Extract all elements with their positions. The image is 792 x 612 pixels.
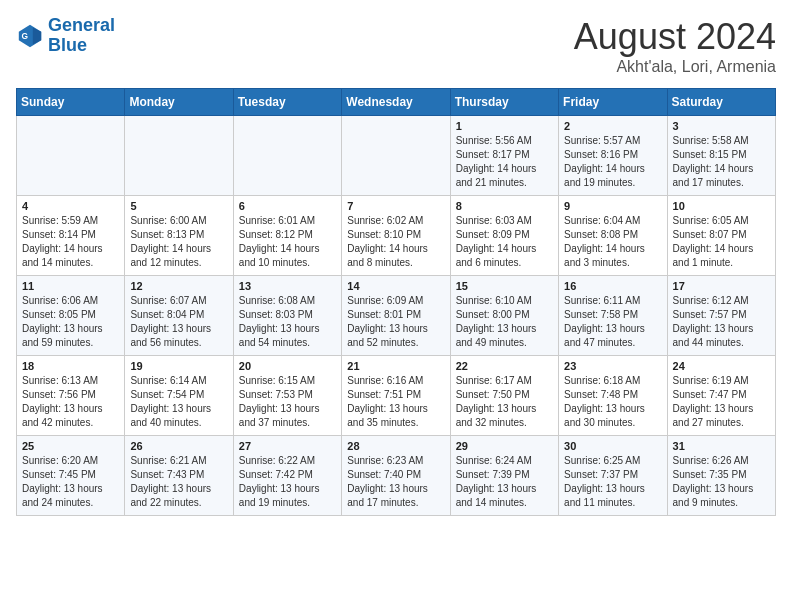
day-info: Sunrise: 6:23 AM Sunset: 7:40 PM Dayligh… [347,454,444,510]
header-cell-wednesday: Wednesday [342,89,450,116]
header-cell-tuesday: Tuesday [233,89,341,116]
day-cell: 16Sunrise: 6:11 AM Sunset: 7:58 PM Dayli… [559,276,667,356]
day-info: Sunrise: 6:20 AM Sunset: 7:45 PM Dayligh… [22,454,119,510]
day-number: 31 [673,440,770,452]
day-info: Sunrise: 6:16 AM Sunset: 7:51 PM Dayligh… [347,374,444,430]
day-number: 14 [347,280,444,292]
logo-text: GeneralBlue [48,16,115,56]
header-cell-saturday: Saturday [667,89,775,116]
day-info: Sunrise: 6:06 AM Sunset: 8:05 PM Dayligh… [22,294,119,350]
day-cell: 28Sunrise: 6:23 AM Sunset: 7:40 PM Dayli… [342,436,450,516]
day-info: Sunrise: 6:14 AM Sunset: 7:54 PM Dayligh… [130,374,227,430]
day-info: Sunrise: 6:15 AM Sunset: 7:53 PM Dayligh… [239,374,336,430]
day-cell: 18Sunrise: 6:13 AM Sunset: 7:56 PM Dayli… [17,356,125,436]
day-info: Sunrise: 6:19 AM Sunset: 7:47 PM Dayligh… [673,374,770,430]
day-cell: 31Sunrise: 6:26 AM Sunset: 7:35 PM Dayli… [667,436,775,516]
day-cell: 4Sunrise: 5:59 AM Sunset: 8:14 PM Daylig… [17,196,125,276]
day-info: Sunrise: 6:11 AM Sunset: 7:58 PM Dayligh… [564,294,661,350]
day-cell: 6Sunrise: 6:01 AM Sunset: 8:12 PM Daylig… [233,196,341,276]
day-cell: 14Sunrise: 6:09 AM Sunset: 8:01 PM Dayli… [342,276,450,356]
day-cell: 3Sunrise: 5:58 AM Sunset: 8:15 PM Daylig… [667,116,775,196]
day-info: Sunrise: 6:00 AM Sunset: 8:13 PM Dayligh… [130,214,227,270]
day-cell: 7Sunrise: 6:02 AM Sunset: 8:10 PM Daylig… [342,196,450,276]
day-number: 5 [130,200,227,212]
day-cell: 10Sunrise: 6:05 AM Sunset: 8:07 PM Dayli… [667,196,775,276]
calendar-table: SundayMondayTuesdayWednesdayThursdayFrid… [16,88,776,516]
day-cell: 27Sunrise: 6:22 AM Sunset: 7:42 PM Dayli… [233,436,341,516]
day-number: 17 [673,280,770,292]
day-number: 10 [673,200,770,212]
day-cell: 17Sunrise: 6:12 AM Sunset: 7:57 PM Dayli… [667,276,775,356]
day-info: Sunrise: 5:58 AM Sunset: 8:15 PM Dayligh… [673,134,770,190]
logo-icon: G [16,22,44,50]
day-number: 28 [347,440,444,452]
header-cell-sunday: Sunday [17,89,125,116]
day-cell: 30Sunrise: 6:25 AM Sunset: 7:37 PM Dayli… [559,436,667,516]
day-info: Sunrise: 6:13 AM Sunset: 7:56 PM Dayligh… [22,374,119,430]
day-info: Sunrise: 6:03 AM Sunset: 8:09 PM Dayligh… [456,214,553,270]
week-row-1: 1Sunrise: 5:56 AM Sunset: 8:17 PM Daylig… [17,116,776,196]
day-info: Sunrise: 5:59 AM Sunset: 8:14 PM Dayligh… [22,214,119,270]
main-title: August 2024 [574,16,776,58]
day-info: Sunrise: 6:22 AM Sunset: 7:42 PM Dayligh… [239,454,336,510]
day-info: Sunrise: 6:10 AM Sunset: 8:00 PM Dayligh… [456,294,553,350]
day-cell [125,116,233,196]
day-info: Sunrise: 6:09 AM Sunset: 8:01 PM Dayligh… [347,294,444,350]
day-cell [233,116,341,196]
day-info: Sunrise: 6:07 AM Sunset: 8:04 PM Dayligh… [130,294,227,350]
day-number: 8 [456,200,553,212]
day-cell: 23Sunrise: 6:18 AM Sunset: 7:48 PM Dayli… [559,356,667,436]
day-number: 15 [456,280,553,292]
header-row: SundayMondayTuesdayWednesdayThursdayFrid… [17,89,776,116]
header-cell-monday: Monday [125,89,233,116]
day-number: 12 [130,280,227,292]
day-number: 4 [22,200,119,212]
week-row-2: 4Sunrise: 5:59 AM Sunset: 8:14 PM Daylig… [17,196,776,276]
day-info: Sunrise: 6:21 AM Sunset: 7:43 PM Dayligh… [130,454,227,510]
day-cell: 8Sunrise: 6:03 AM Sunset: 8:09 PM Daylig… [450,196,558,276]
day-cell: 1Sunrise: 5:56 AM Sunset: 8:17 PM Daylig… [450,116,558,196]
day-number: 27 [239,440,336,452]
day-info: Sunrise: 5:56 AM Sunset: 8:17 PM Dayligh… [456,134,553,190]
day-number: 25 [22,440,119,452]
day-info: Sunrise: 6:25 AM Sunset: 7:37 PM Dayligh… [564,454,661,510]
day-number: 30 [564,440,661,452]
week-row-3: 11Sunrise: 6:06 AM Sunset: 8:05 PM Dayli… [17,276,776,356]
day-info: Sunrise: 5:57 AM Sunset: 8:16 PM Dayligh… [564,134,661,190]
day-cell: 15Sunrise: 6:10 AM Sunset: 8:00 PM Dayli… [450,276,558,356]
day-cell: 11Sunrise: 6:06 AM Sunset: 8:05 PM Dayli… [17,276,125,356]
day-number: 2 [564,120,661,132]
week-row-4: 18Sunrise: 6:13 AM Sunset: 7:56 PM Dayli… [17,356,776,436]
day-number: 16 [564,280,661,292]
day-cell: 12Sunrise: 6:07 AM Sunset: 8:04 PM Dayli… [125,276,233,356]
day-info: Sunrise: 6:12 AM Sunset: 7:57 PM Dayligh… [673,294,770,350]
day-info: Sunrise: 6:02 AM Sunset: 8:10 PM Dayligh… [347,214,444,270]
day-cell: 20Sunrise: 6:15 AM Sunset: 7:53 PM Dayli… [233,356,341,436]
day-number: 3 [673,120,770,132]
day-cell: 13Sunrise: 6:08 AM Sunset: 8:03 PM Dayli… [233,276,341,356]
day-number: 11 [22,280,119,292]
svg-marker-1 [33,27,41,44]
day-cell: 29Sunrise: 6:24 AM Sunset: 7:39 PM Dayli… [450,436,558,516]
day-info: Sunrise: 6:18 AM Sunset: 7:48 PM Dayligh… [564,374,661,430]
day-info: Sunrise: 6:08 AM Sunset: 8:03 PM Dayligh… [239,294,336,350]
subtitle: Akht'ala, Lori, Armenia [574,58,776,76]
day-number: 6 [239,200,336,212]
day-info: Sunrise: 6:04 AM Sunset: 8:08 PM Dayligh… [564,214,661,270]
day-number: 22 [456,360,553,372]
day-info: Sunrise: 6:24 AM Sunset: 7:39 PM Dayligh… [456,454,553,510]
day-number: 19 [130,360,227,372]
day-cell: 26Sunrise: 6:21 AM Sunset: 7:43 PM Dayli… [125,436,233,516]
day-cell [342,116,450,196]
day-info: Sunrise: 6:17 AM Sunset: 7:50 PM Dayligh… [456,374,553,430]
logo: G GeneralBlue [16,16,115,56]
day-number: 7 [347,200,444,212]
day-number: 13 [239,280,336,292]
day-info: Sunrise: 6:26 AM Sunset: 7:35 PM Dayligh… [673,454,770,510]
day-number: 18 [22,360,119,372]
day-number: 26 [130,440,227,452]
day-cell: 21Sunrise: 6:16 AM Sunset: 7:51 PM Dayli… [342,356,450,436]
day-number: 1 [456,120,553,132]
day-info: Sunrise: 6:05 AM Sunset: 8:07 PM Dayligh… [673,214,770,270]
day-cell: 2Sunrise: 5:57 AM Sunset: 8:16 PM Daylig… [559,116,667,196]
